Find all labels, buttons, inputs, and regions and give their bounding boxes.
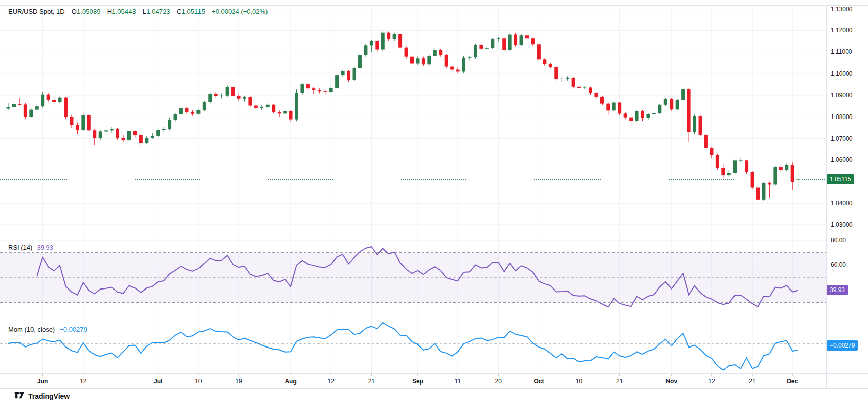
price-rsi-separator[interactable] [0,239,868,239]
rsi-tick-label: 80.00 [831,237,846,244]
price-tick-label: 1.08000 [831,113,852,121]
rsi-tick-label: 60.00 [831,261,846,268]
time-tick-label: Jul [154,378,162,385]
high-prefix: H [107,8,112,15]
close-prefix: C [177,8,182,15]
time-tick-label: 12 [328,378,335,385]
momentum-value: −0.00279 [59,326,87,333]
high-value: 1.05443 [112,8,136,15]
time-axis-separator [0,373,868,374]
footer-separator [0,388,868,389]
ohlc-close: C1.05115 [177,8,205,15]
time-tick-label: 10 [195,378,202,385]
price-tick-label: 1.07000 [831,135,852,142]
time-tick-label: Sep [412,378,423,385]
open-value: 1.05089 [77,8,101,15]
time-tick-label: Aug [285,378,296,385]
time-tick-label: 19 [235,378,242,385]
time-tick-label: 21 [368,378,375,385]
last-price-label: 1.05115 [827,174,854,184]
time-tick-label: Jun [37,378,48,385]
tradingview-chart-widget: EUR/USD Spot, 1D O1.05089 H1.05443 L1.04… [0,0,868,405]
momentum-last-value-label: −0.00279 [827,340,858,351]
momentum-title[interactable]: Mom (10, close) [8,326,55,333]
price-tick-label: 1.11000 [831,48,852,55]
time-tick-label: Nov [665,378,677,385]
time-tick-label: 21 [749,378,755,385]
time-tick-label: Oct [533,378,544,385]
ohlc-high: H1.05443 [107,8,136,15]
price-tick-label: 1.12000 [831,27,852,34]
rsi-legend: RSI (14)39.93 [8,244,53,251]
tradingview-logo-icon [14,391,25,401]
symbol-title[interactable]: EUR/USD Spot, 1D [8,8,65,15]
symbol-legend: EUR/USD Spot, 1D O1.05089 H1.05443 L1.04… [8,8,268,15]
price-tick-label: 1.06000 [831,156,852,163]
price-tick-label: 1.09000 [831,92,852,99]
time-tick-label: 12 [80,378,86,385]
momentum-legend: Mom (10, close)−0.00279 [8,326,87,333]
price-axis-border [826,6,827,388]
time-tick-label: 12 [708,378,715,385]
price-tick-label: 1.04000 [831,200,852,207]
ohlc-open: O1.05089 [72,8,101,15]
time-tick-label: 21 [616,378,623,385]
time-tick-label: 10 [576,378,582,385]
price-tick-label: 1.10000 [831,70,852,77]
ohlc-low: L1.04723 [143,8,170,15]
rsi-value: 39.93 [37,244,53,251]
tradingview-logo-text: TradingView [28,392,70,400]
low-value: 1.04723 [146,8,170,15]
time-tick-label: Dec [787,378,798,385]
rsi-momentum-separator[interactable] [0,318,868,318]
rsi-last-value-label: 39.93 [827,285,848,295]
rsi-title[interactable]: RSI (14) [8,244,32,251]
price-tick-label: 1.03000 [831,221,852,228]
price-tick-label: 1.13000 [831,6,852,13]
chart-canvas[interactable] [0,0,868,405]
open-prefix: O [72,8,77,15]
tradingview-logo[interactable]: TradingView [14,391,70,401]
time-tick-label: 11 [455,378,461,385]
time-tick-label: 20 [495,378,502,385]
close-value: 1.05115 [181,8,205,15]
price-change: +0.00024 (+0.02%) [212,8,268,15]
